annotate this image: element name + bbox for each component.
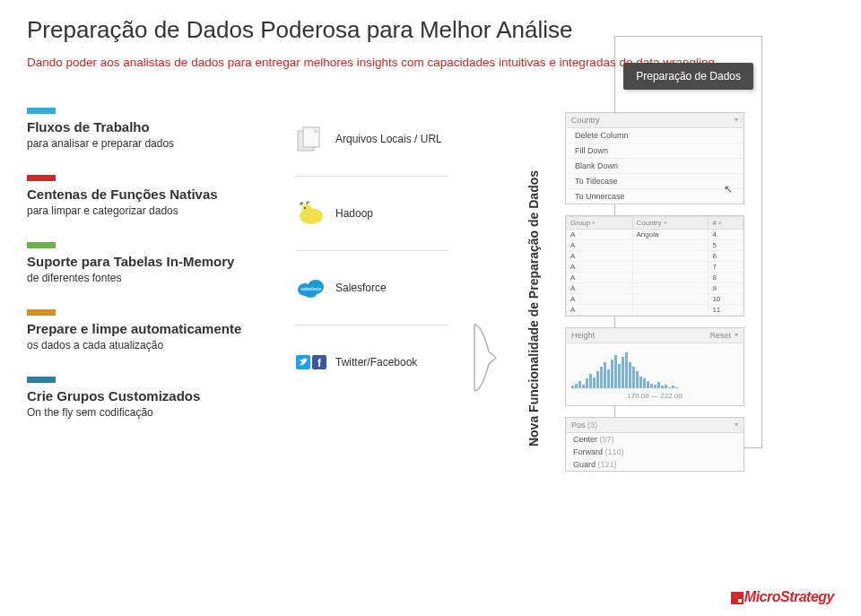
histogram-bar — [643, 378, 646, 388]
table-cell: A — [567, 250, 633, 261]
table-row: A5 — [567, 239, 744, 250]
features-column: Fluxos de Trabalho para analisar e prepa… — [27, 108, 278, 482]
histogram-bar — [654, 385, 657, 388]
accent-bar — [27, 309, 56, 316]
feature-heading: Prepare e limpe automaticamente — [27, 321, 278, 337]
logo-text: MicroStrategy — [744, 589, 834, 604]
feature-item: Prepare e limpe automaticamente os dados… — [27, 309, 278, 351]
feature-item: Fluxos de Trabalho para analisar e prepa… — [27, 108, 278, 150]
table-cell — [632, 272, 709, 282]
preview-column: Preparação de Dados Country ▾ Delete Col… — [565, 108, 744, 482]
histogram-bar — [607, 369, 610, 388]
feature-sub: para limpar e categorizar dados — [27, 204, 278, 217]
accent-bar — [27, 377, 56, 383]
histogram-bar — [593, 377, 596, 388]
menu-item[interactable]: Fill Down — [566, 143, 744, 159]
table-cell: 11 — [709, 304, 744, 315]
table-cell — [632, 282, 709, 293]
vertical-label-wrap: Nova Funcionalidade de Preparação de Dad… — [520, 108, 547, 482]
flow-arrow — [466, 108, 502, 482]
accent-bar — [27, 108, 56, 114]
table-cell: 6 — [709, 250, 744, 261]
histogram-bar — [578, 381, 581, 388]
svg-point-4 — [304, 207, 306, 209]
section-badge: Preparação de Dados — [623, 63, 753, 90]
histogram-bar — [665, 385, 667, 388]
svg-point-3 — [302, 204, 311, 213]
feature-sub: de diferentes fontes — [27, 272, 278, 284]
pos-count: (3) — [587, 421, 597, 429]
feature-heading: Centenas de Funções Nativas — [27, 187, 278, 203]
histogram-bar — [661, 386, 664, 388]
reset-button[interactable]: Reset — [709, 331, 731, 340]
histogram-label: Height — [571, 331, 709, 340]
country-menu-panel: Country ▾ Delete ColumnFill DownBlank Do… — [565, 112, 744, 204]
chevron-down-icon[interactable]: ▾ — [735, 331, 738, 339]
menu-item[interactable]: Delete Column — [566, 128, 744, 143]
data-table-panel: Group ▾Country ▾# ▾ AAngola4A5A6A7A8A9A1… — [565, 215, 744, 317]
histogram-bar — [586, 378, 588, 388]
table-cell: 8 — [709, 272, 744, 282]
histogram-bar — [589, 374, 592, 388]
table-header[interactable]: Country ▾ — [632, 216, 709, 229]
logo-icon — [731, 592, 744, 604]
facebook-icon: f — [312, 355, 326, 369]
table-cell — [632, 239, 709, 250]
brand-logo: MicroStrategy — [731, 589, 834, 605]
source-item: Hadoop — [296, 177, 448, 251]
table-cell: A — [567, 229, 633, 239]
table-row: AAngola4 — [567, 229, 744, 239]
source-item: Arquivos Locais / URL — [296, 120, 448, 177]
source-item: salesforceSalesforce — [296, 251, 448, 325]
histogram-bar — [582, 385, 585, 388]
data-table: Group ▾Country ▾# ▾ AAngola4A5A6A7A8A9A1… — [566, 216, 744, 316]
table-row: A8 — [567, 272, 744, 282]
menu-item[interactable]: To Titlecase — [566, 174, 744, 189]
pos-item[interactable]: Guard (121) — [566, 458, 744, 471]
histogram-bar — [632, 367, 635, 388]
histogram-panel: Height Reset ▾ 176.08 — 222.00 — [565, 327, 744, 406]
feature-item: Centenas de Funções Nativas para limpar … — [27, 175, 278, 217]
country-menu-header[interactable]: Country — [571, 116, 735, 125]
chevron-down-icon[interactable]: ▾ — [735, 116, 738, 124]
feature-item: Suporte para Tabelas In-Memory de difere… — [27, 242, 278, 284]
source-label: Arquivos Locais / URL — [335, 133, 442, 145]
table-cell — [632, 293, 709, 304]
menu-item[interactable]: Blank Down — [566, 159, 744, 174]
table-cell — [632, 261, 709, 272]
pos-panel: Pos (3) ▾ Center (57)Forward (110)Guard … — [565, 417, 744, 472]
feature-item: Crie Grupos Customizados On the fly sem … — [27, 377, 278, 419]
feature-sub: os dados a cada atualização — [27, 339, 278, 351]
source-item: fTwitter/Facebook — [296, 325, 448, 399]
table-cell: Angola — [632, 229, 709, 239]
histogram-bar — [611, 360, 613, 388]
table-row: A9 — [567, 282, 744, 293]
histogram-bar — [600, 367, 603, 388]
feature-heading: Crie Grupos Customizados — [27, 388, 278, 404]
feature-heading: Suporte para Tabelas In-Memory — [27, 254, 278, 270]
histogram-bar — [672, 386, 674, 388]
table-cell: A — [567, 261, 633, 272]
table-row: A11 — [567, 304, 744, 315]
histogram-bar — [596, 371, 599, 388]
vertical-label: Nova Funcionalidade de Preparação de Dad… — [526, 170, 541, 447]
histogram-bar — [657, 382, 660, 388]
table-cell — [632, 304, 709, 315]
table-header[interactable]: # ▾ — [709, 216, 744, 229]
chevron-down-icon[interactable]: ▾ — [735, 421, 738, 429]
table-cell: 5 — [709, 239, 744, 250]
table-header[interactable]: Group ▾ — [567, 216, 633, 229]
page-title: Preparação de Dados Poderosa para Melhor… — [27, 16, 834, 44]
table-row: A6 — [567, 250, 744, 261]
menu-item[interactable]: To Unnercase — [566, 189, 744, 204]
feature-sub: para analisar e preparar dados — [27, 137, 278, 150]
histogram-bar — [622, 357, 624, 388]
files-icon — [296, 126, 326, 152]
table-row: A7 — [567, 261, 744, 272]
pos-item[interactable]: Forward (110) — [566, 446, 744, 458]
histogram-bar — [618, 364, 621, 388]
histogram-bar — [614, 355, 617, 388]
histogram-bar — [650, 384, 653, 388]
source-label: Hadoop — [335, 207, 373, 220]
pos-item[interactable]: Center (57) — [566, 433, 744, 446]
